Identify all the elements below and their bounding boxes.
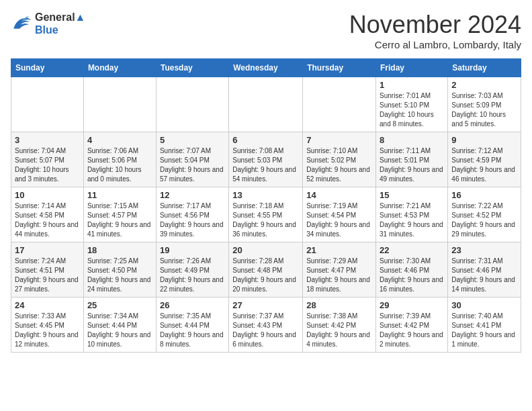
day-number: 30 [451,300,517,310]
calendar-cell: 14Sunrise: 7:19 AM Sunset: 4:54 PM Dayli… [303,187,376,242]
week-row-1: 1Sunrise: 7:01 AM Sunset: 5:10 PM Daylig… [11,77,521,132]
calendar-cell: 18Sunrise: 7:25 AM Sunset: 4:50 PM Dayli… [83,242,156,298]
day-number: 17 [15,245,80,255]
calendar-cell: 20Sunrise: 7:28 AM Sunset: 4:48 PM Dayli… [229,242,303,298]
day-info: Sunrise: 7:18 AM Sunset: 4:55 PM Dayligh… [232,201,299,239]
day-info: Sunrise: 7:40 AM Sunset: 4:41 PM Dayligh… [451,312,517,349]
weekday-header-row: SundayMondayTuesdayWednesdayThursdayFrid… [11,59,521,77]
calendar-cell: 9Sunrise: 7:12 AM Sunset: 4:59 PM Daylig… [448,132,521,187]
day-number: 14 [306,190,372,200]
day-info: Sunrise: 7:24 AM Sunset: 4:51 PM Dayligh… [15,257,80,294]
day-number: 26 [160,300,225,310]
calendar-cell: 12Sunrise: 7:17 AM Sunset: 4:56 PM Dayli… [156,187,228,242]
day-number: 9 [451,135,517,145]
calendar-cell [156,77,228,132]
day-number: 1 [380,80,444,90]
day-info: Sunrise: 7:39 AM Sunset: 4:42 PM Dayligh… [380,312,444,349]
calendar-cell: 3Sunrise: 7:04 AM Sunset: 5:07 PM Daylig… [11,132,84,187]
day-number: 8 [380,135,444,145]
day-number: 5 [160,135,225,145]
day-number: 24 [15,300,80,310]
calendar-cell: 21Sunrise: 7:29 AM Sunset: 4:47 PM Dayli… [303,242,376,298]
day-info: Sunrise: 7:11 AM Sunset: 5:01 PM Dayligh… [380,146,444,184]
calendar-cell: 19Sunrise: 7:26 AM Sunset: 4:49 PM Dayli… [156,242,228,298]
day-info: Sunrise: 7:29 AM Sunset: 4:47 PM Dayligh… [306,257,372,294]
calendar-cell [11,77,84,132]
day-info: Sunrise: 7:07 AM Sunset: 5:04 PM Dayligh… [160,146,225,184]
day-number: 22 [380,245,444,255]
weekday-header-thursday: Thursday [303,59,376,77]
week-row-5: 24Sunrise: 7:33 AM Sunset: 4:45 PM Dayli… [11,298,521,353]
week-row-3: 10Sunrise: 7:14 AM Sunset: 4:58 PM Dayli… [11,187,521,242]
day-number: 27 [232,300,299,310]
calendar-cell: 2Sunrise: 7:03 AM Sunset: 5:09 PM Daylig… [448,77,521,132]
day-info: Sunrise: 7:12 AM Sunset: 4:59 PM Dayligh… [451,146,517,184]
logo: General▲ Blue [11,11,85,36]
weekday-header-tuesday: Tuesday [156,59,228,77]
calendar-cell: 10Sunrise: 7:14 AM Sunset: 4:58 PM Dayli… [11,187,84,242]
calendar-cell [303,77,376,132]
calendar-table: SundayMondayTuesdayWednesdayThursdayFrid… [11,58,521,353]
day-number: 6 [232,135,299,145]
day-info: Sunrise: 7:37 AM Sunset: 4:43 PM Dayligh… [232,312,299,349]
day-info: Sunrise: 7:26 AM Sunset: 4:49 PM Dayligh… [160,257,225,294]
calendar-cell: 25Sunrise: 7:34 AM Sunset: 4:44 PM Dayli… [83,298,156,353]
day-info: Sunrise: 7:17 AM Sunset: 4:56 PM Dayligh… [160,201,225,239]
weekday-header-monday: Monday [83,59,156,77]
day-number: 20 [232,245,299,255]
calendar-cell: 16Sunrise: 7:22 AM Sunset: 4:52 PM Dayli… [448,187,521,242]
day-number: 13 [232,190,299,200]
day-number: 11 [87,190,152,200]
calendar-cell: 27Sunrise: 7:37 AM Sunset: 4:43 PM Dayli… [229,298,303,353]
logo-text: General▲ Blue [35,11,85,36]
weekday-header-wednesday: Wednesday [229,59,303,77]
day-info: Sunrise: 7:22 AM Sunset: 4:52 PM Dayligh… [451,201,517,239]
page-header: General▲ Blue November 2024 Cerro al Lam… [11,11,521,50]
calendar-subtitle: Cerro al Lambro, Lombardy, Italy [349,39,521,50]
logo-icon [11,14,32,33]
calendar-cell: 29Sunrise: 7:39 AM Sunset: 4:42 PM Dayli… [376,298,448,353]
day-info: Sunrise: 7:15 AM Sunset: 4:57 PM Dayligh… [87,201,152,239]
weekday-header-friday: Friday [376,59,448,77]
day-info: Sunrise: 7:14 AM Sunset: 4:58 PM Dayligh… [15,201,80,239]
day-number: 28 [306,300,372,310]
day-info: Sunrise: 7:30 AM Sunset: 4:46 PM Dayligh… [380,257,444,294]
day-info: Sunrise: 7:06 AM Sunset: 5:06 PM Dayligh… [87,146,152,184]
calendar-cell [229,77,303,132]
day-info: Sunrise: 7:25 AM Sunset: 4:50 PM Dayligh… [87,257,152,294]
day-number: 23 [451,245,517,255]
calendar-cell: 30Sunrise: 7:40 AM Sunset: 4:41 PM Dayli… [448,298,521,353]
calendar-cell: 11Sunrise: 7:15 AM Sunset: 4:57 PM Dayli… [83,187,156,242]
weekday-header-saturday: Saturday [448,59,521,77]
day-number: 10 [15,190,80,200]
calendar-cell: 17Sunrise: 7:24 AM Sunset: 4:51 PM Dayli… [11,242,84,298]
day-info: Sunrise: 7:01 AM Sunset: 5:10 PM Dayligh… [380,91,444,129]
calendar-cell: 13Sunrise: 7:18 AM Sunset: 4:55 PM Dayli… [229,187,303,242]
day-number: 12 [160,190,225,200]
calendar-cell: 1Sunrise: 7:01 AM Sunset: 5:10 PM Daylig… [376,77,448,132]
day-number: 29 [380,300,444,310]
day-info: Sunrise: 7:28 AM Sunset: 4:48 PM Dayligh… [232,257,299,294]
day-info: Sunrise: 7:03 AM Sunset: 5:09 PM Dayligh… [451,91,517,129]
calendar-cell: 7Sunrise: 7:10 AM Sunset: 5:02 PM Daylig… [303,132,376,187]
day-number: 25 [87,300,152,310]
day-number: 15 [380,190,444,200]
day-info: Sunrise: 7:19 AM Sunset: 4:54 PM Dayligh… [306,201,372,239]
calendar-cell: 24Sunrise: 7:33 AM Sunset: 4:45 PM Dayli… [11,298,84,353]
calendar-cell: 26Sunrise: 7:35 AM Sunset: 4:44 PM Dayli… [156,298,228,353]
calendar-cell: 22Sunrise: 7:30 AM Sunset: 4:46 PM Dayli… [376,242,448,298]
day-number: 21 [306,245,372,255]
day-info: Sunrise: 7:33 AM Sunset: 4:45 PM Dayligh… [15,312,80,349]
day-info: Sunrise: 7:34 AM Sunset: 4:44 PM Dayligh… [87,312,152,349]
day-number: 19 [160,245,225,255]
calendar-cell: 4Sunrise: 7:06 AM Sunset: 5:06 PM Daylig… [83,132,156,187]
weekday-header-sunday: Sunday [11,59,84,77]
week-row-4: 17Sunrise: 7:24 AM Sunset: 4:51 PM Dayli… [11,242,521,298]
title-block: November 2024 Cerro al Lambro, Lombardy,… [349,11,521,50]
calendar-cell: 23Sunrise: 7:31 AM Sunset: 4:46 PM Dayli… [448,242,521,298]
calendar-cell: 8Sunrise: 7:11 AM Sunset: 5:01 PM Daylig… [376,132,448,187]
day-number: 4 [87,135,152,145]
day-info: Sunrise: 7:04 AM Sunset: 5:07 PM Dayligh… [15,146,80,184]
day-number: 2 [451,80,517,90]
calendar-cell: 15Sunrise: 7:21 AM Sunset: 4:53 PM Dayli… [376,187,448,242]
